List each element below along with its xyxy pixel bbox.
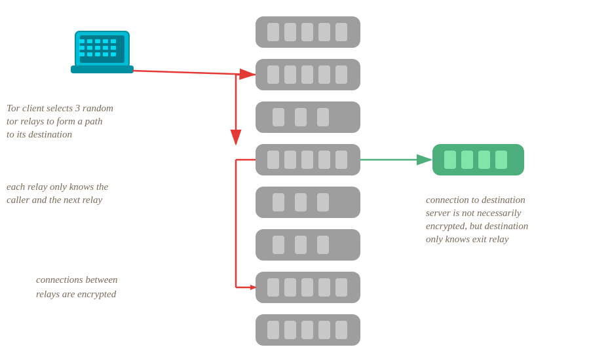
svg-rect-40 bbox=[256, 187, 360, 218]
svg-rect-5 bbox=[103, 39, 108, 43]
svg-rect-42 bbox=[295, 193, 307, 211]
svg-rect-58 bbox=[318, 321, 330, 339]
relay-3 bbox=[256, 101, 360, 133]
svg-rect-60 bbox=[432, 144, 524, 175]
svg-rect-24 bbox=[256, 59, 360, 90]
svg-rect-14 bbox=[95, 52, 100, 56]
svg-rect-44 bbox=[256, 229, 360, 261]
svg-rect-56 bbox=[284, 321, 296, 339]
svg-rect-49 bbox=[267, 278, 279, 297]
svg-text:connections between
      rela: connections between relays are encrypted bbox=[36, 274, 120, 299]
svg-rect-47 bbox=[317, 236, 329, 254]
svg-text:Tor client selects 3 random
  : Tor client selects 3 random tor relays t… bbox=[7, 103, 116, 139]
svg-rect-35 bbox=[267, 151, 279, 169]
svg-rect-17 bbox=[71, 65, 134, 73]
svg-text:each relay only knows the
    : each relay only knows the caller and the… bbox=[7, 181, 111, 205]
destination-server bbox=[432, 144, 524, 175]
svg-rect-64 bbox=[495, 151, 507, 169]
diagram-container: Tor client selects 3 random tor relays t… bbox=[0, 0, 610, 364]
svg-rect-51 bbox=[301, 278, 313, 297]
svg-rect-0 bbox=[75, 31, 129, 67]
svg-rect-29 bbox=[335, 65, 347, 84]
svg-rect-21 bbox=[301, 23, 313, 41]
svg-rect-53 bbox=[335, 278, 347, 297]
svg-rect-45 bbox=[273, 236, 284, 254]
svg-marker-72 bbox=[250, 285, 257, 290]
svg-rect-12 bbox=[79, 52, 85, 56]
svg-rect-32 bbox=[295, 108, 307, 126]
svg-rect-54 bbox=[256, 314, 360, 346]
svg-rect-2 bbox=[79, 39, 85, 43]
svg-rect-39 bbox=[335, 151, 347, 169]
svg-rect-1 bbox=[80, 35, 124, 63]
svg-rect-9 bbox=[95, 46, 100, 50]
svg-rect-10 bbox=[103, 46, 108, 50]
svg-rect-50 bbox=[284, 278, 296, 297]
svg-rect-3 bbox=[87, 39, 92, 43]
svg-rect-59 bbox=[335, 321, 347, 339]
svg-rect-23 bbox=[335, 23, 347, 41]
svg-rect-6 bbox=[111, 39, 116, 43]
svg-rect-31 bbox=[273, 108, 284, 126]
svg-rect-48 bbox=[256, 272, 360, 303]
relay-6 bbox=[256, 229, 360, 261]
svg-rect-43 bbox=[317, 193, 329, 211]
svg-rect-27 bbox=[301, 65, 313, 84]
svg-rect-38 bbox=[318, 151, 330, 169]
svg-rect-4 bbox=[95, 39, 100, 43]
svg-rect-11 bbox=[111, 46, 116, 50]
svg-rect-30 bbox=[256, 101, 360, 133]
svg-rect-36 bbox=[284, 151, 296, 169]
svg-rect-46 bbox=[295, 236, 307, 254]
svg-rect-52 bbox=[318, 278, 330, 297]
svg-rect-63 bbox=[478, 151, 490, 169]
svg-rect-41 bbox=[273, 193, 284, 211]
svg-rect-26 bbox=[284, 65, 296, 84]
svg-rect-57 bbox=[301, 321, 313, 339]
svg-rect-37 bbox=[301, 151, 313, 169]
relay-1 bbox=[256, 16, 360, 48]
svg-rect-15 bbox=[103, 52, 108, 56]
svg-rect-19 bbox=[267, 23, 279, 41]
svg-rect-7 bbox=[79, 46, 85, 50]
relay-8 bbox=[256, 314, 360, 346]
relay-5 bbox=[256, 187, 360, 218]
relay-2-selected bbox=[256, 59, 360, 90]
svg-rect-20 bbox=[284, 23, 296, 41]
svg-rect-22 bbox=[318, 23, 330, 41]
svg-rect-18 bbox=[256, 16, 360, 48]
svg-rect-13 bbox=[87, 52, 92, 56]
svg-rect-55 bbox=[267, 321, 279, 339]
svg-rect-62 bbox=[461, 151, 473, 169]
svg-rect-33 bbox=[317, 108, 329, 126]
svg-rect-61 bbox=[444, 151, 456, 169]
laptop-icon bbox=[71, 31, 134, 73]
svg-rect-34 bbox=[256, 144, 360, 175]
relay-7-selected bbox=[256, 272, 360, 303]
svg-rect-16 bbox=[111, 52, 116, 56]
svg-text:connection to destination
    : connection to destination server is not … bbox=[426, 194, 531, 244]
relay-4-selected bbox=[256, 144, 360, 175]
svg-rect-8 bbox=[87, 46, 92, 50]
svg-rect-28 bbox=[318, 65, 330, 84]
svg-rect-25 bbox=[267, 65, 279, 84]
